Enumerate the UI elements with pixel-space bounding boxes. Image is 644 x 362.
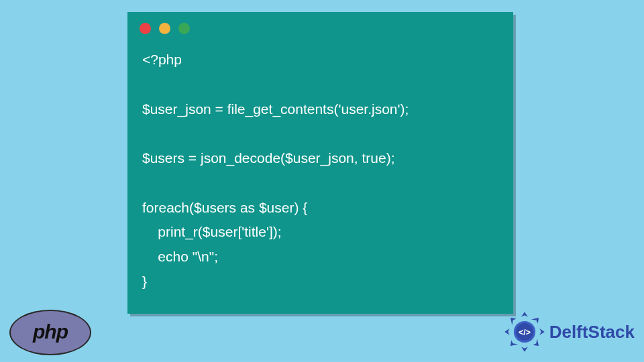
- svg-marker-2: [521, 347, 528, 351]
- svg-marker-4: [531, 318, 539, 324]
- delftstack-logo-text: DelftStack: [549, 322, 635, 343]
- code-window: <?php $user_json = file_get_contents('us…: [127, 12, 513, 314]
- close-dot-icon: [140, 23, 151, 34]
- delftstack-badge-icon: </>: [504, 311, 545, 353]
- php-logo: php: [9, 310, 91, 355]
- svg-marker-0: [521, 312, 528, 316]
- window-traffic-lights: [127, 12, 513, 40]
- code-body: <?php $user_json = file_get_contents('us…: [127, 40, 513, 306]
- svg-marker-5: [533, 339, 539, 346]
- svg-marker-3: [504, 328, 509, 335]
- svg-marker-6: [511, 340, 518, 346]
- svg-marker-1: [539, 328, 544, 335]
- delftstack-badge-text: </>: [519, 328, 531, 337]
- php-logo-text: php: [33, 320, 68, 343]
- maximize-dot-icon: [178, 23, 190, 34]
- minimize-dot-icon: [159, 23, 170, 34]
- svg-marker-7: [511, 318, 517, 325]
- delftstack-logo: </> DelftStack: [504, 311, 635, 353]
- php-logo-ellipse: php: [9, 310, 91, 355]
